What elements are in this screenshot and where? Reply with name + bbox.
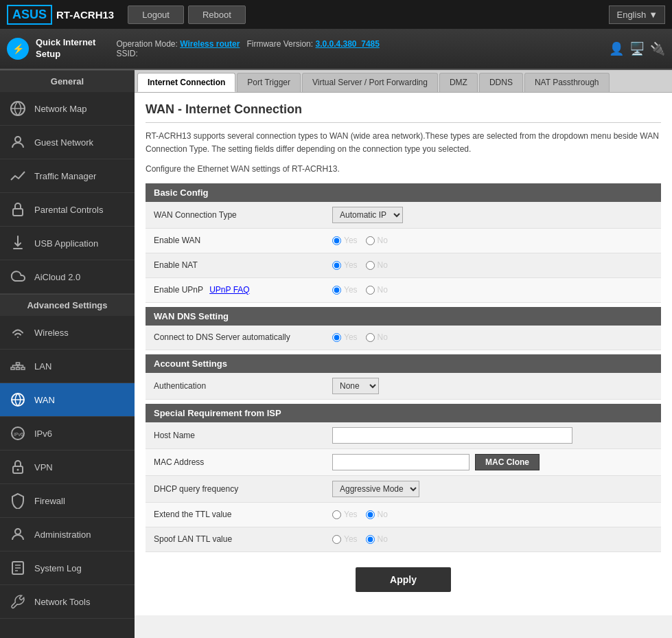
tab-ddns[interactable]: DDNS [479,73,523,92]
spoof-ttl-row: Spoof LAN TTL value Yes No [146,527,661,552]
host-name-row: Host Name [146,422,661,449]
enable-nat-yes[interactable]: Yes [332,260,358,270]
dhcp-freq-select[interactable]: Aggressive Mode Normal Mode [332,481,419,497]
content-body: WAN - Internet Connection RT-ACRH13 supp… [135,93,672,615]
spoof-ttl-control: Yes No [332,534,388,544]
wan-connection-type-label: WAN Connection Type [154,210,332,220]
enable-wan-row: Enable WAN Yes No [146,229,661,253]
usb-icon[interactable]: 🔌 [650,41,665,56]
spoof-ttl-yes[interactable]: Yes [332,534,358,544]
logo-asus: ASUS [7,5,52,25]
main-layout: General Network Map Guest Network Traffi… [0,70,672,638]
sidebar-item-network-map[interactable]: Network Map [0,92,135,126]
svg-rect-3 [11,367,14,369]
dns-auto-row: Connect to DNS Server automatically Yes … [146,326,661,350]
sidebar-item-network-tools[interactable]: Network Tools [0,585,135,619]
apply-area: Apply [146,554,661,606]
sidebar-item-firewall[interactable]: Firewall [0,484,135,518]
dns-auto-yes[interactable]: Yes [332,332,358,342]
reboot-button[interactable]: Reboot [188,5,246,24]
tab-dmz[interactable]: DMZ [439,73,478,92]
ipv6-icon: IPv6 [8,424,27,443]
enable-nat-no[interactable]: No [366,260,388,270]
general-section-header: General [0,70,135,92]
host-name-input[interactable] [332,427,572,444]
wireless-label: Wireless [34,328,69,338]
apply-button[interactable]: Apply [356,567,451,592]
svg-point-12 [15,529,21,534]
vpn-icon [8,457,27,477]
dns-auto-control: Yes No [332,332,388,342]
mac-address-input[interactable] [332,454,470,470]
host-name-control [332,427,572,444]
dhcp-freq-control: Aggressive Mode Normal Mode [332,481,419,497]
tab-virtual-server[interactable]: Virtual Server / Port Forwarding [302,73,438,92]
authentication-select[interactable]: None PAP CHAP [332,378,379,394]
top-bar: ASUS RT-ACRH13 Logout Reboot English ▼ [0,0,672,29]
authentication-control: None PAP CHAP [332,378,379,394]
mac-address-control: MAC Clone [332,454,540,470]
basic-config-header: Basic Config [146,183,661,202]
usb-application-label: USB Application [34,238,98,249]
sidebar-item-traffic-manager[interactable]: Traffic Manager [0,159,135,193]
sidebar-item-wan[interactable]: WAN [0,383,135,417]
wan-connection-type-select[interactable]: Automatic IP PPPoE PPTP L2TP Static IP [332,207,403,223]
sidebar-item-usb-application[interactable]: USB Application [0,227,135,260]
enable-upnp-no[interactable]: No [366,285,388,295]
wan-dns-header: WAN DNS Setting [146,307,661,326]
wireless-router-link[interactable]: Wireless router [180,39,240,49]
logo: ASUS RT-ACRH13 [7,5,114,25]
monitor-icon[interactable]: 🖥️ [629,41,645,56]
user-icon[interactable]: 👤 [609,41,624,56]
spoof-ttl-no[interactable]: No [366,534,388,544]
extend-ttl-no[interactable]: No [366,510,388,519]
sidebar-item-parental-controls[interactable]: Parental Controls [0,193,135,227]
authentication-row: Authentication None PAP CHAP [146,373,661,400]
sidebar-item-administration[interactable]: Administration [0,518,135,551]
tab-internet-connection[interactable]: Internet Connection [137,73,235,92]
svg-rect-2 [13,209,23,216]
content-area: Internet Connection Port Trigger Virtual… [135,70,672,638]
enable-nat-label: Enable NAT [154,260,332,270]
dns-auto-no[interactable]: No [366,332,388,342]
sidebar-item-lan[interactable]: LAN [0,350,135,383]
parental-controls-label: Parental Controls [34,205,103,215]
firewall-icon [8,491,27,510]
enable-wan-no[interactable]: No [366,236,388,245]
enable-upnp-row: Enable UPnP UPnP FAQ Yes No [146,278,661,303]
quick-setup-bar: ⚡ Quick Internet Setup Operation Mode: W… [0,29,672,70]
sidebar-item-vpn[interactable]: VPN [0,451,135,484]
isp-header: Special Requirement from ISP [146,404,661,422]
dns-auto-label: Connect to DNS Server automatically [154,332,332,342]
vpn-label: VPN [34,462,53,472]
language-selector[interactable]: English ▼ [609,5,665,24]
mac-clone-button[interactable]: MAC Clone [475,454,540,470]
mac-address-row: MAC Address MAC Clone [146,449,661,476]
sidebar-item-aicloud[interactable]: AiCloud 2.0 [0,260,135,294]
tab-port-trigger[interactable]: Port Trigger [237,73,301,92]
description-2: Configure the Ethernet WAN settings of R… [146,163,661,176]
svg-text:IPv6: IPv6 [14,432,23,437]
firmware-version-link[interactable]: 3.0.0.4.380_7485 [315,39,379,49]
logout-button[interactable]: Logout [128,5,184,24]
quick-setup-text: Quick Internet Setup [36,37,95,60]
sidebar-item-wireless[interactable]: Wireless [0,316,135,350]
tab-nat-passthrough[interactable]: NAT Passthrough [524,73,610,92]
upnp-faq-link[interactable]: UPnP FAQ [209,285,249,295]
svg-rect-5 [21,367,25,369]
sidebar-item-guest-network[interactable]: Guest Network [0,126,135,159]
wan-dns-section: WAN DNS Setting Connect to DNS Server au… [146,307,661,350]
guest-network-icon [8,133,27,152]
svg-rect-4 [16,367,20,369]
spoof-ttl-label: Spoof LAN TTL value [154,534,332,544]
sidebar-item-ipv6[interactable]: IPv6 IPv6 [0,417,135,451]
enable-wan-control: Yes No [332,236,388,245]
extend-ttl-yes[interactable]: Yes [332,510,358,519]
page-title: WAN - Internet Connection [146,102,661,123]
sidebar-item-system-log[interactable]: System Log [0,551,135,585]
enable-upnp-yes[interactable]: Yes [332,285,358,295]
dhcp-freq-row: DHCP query frequency Aggressive Mode Nor… [146,476,661,503]
host-name-label: Host Name [154,431,332,440]
enable-wan-yes[interactable]: Yes [332,236,358,245]
account-settings-header: Account Settings [146,354,661,373]
